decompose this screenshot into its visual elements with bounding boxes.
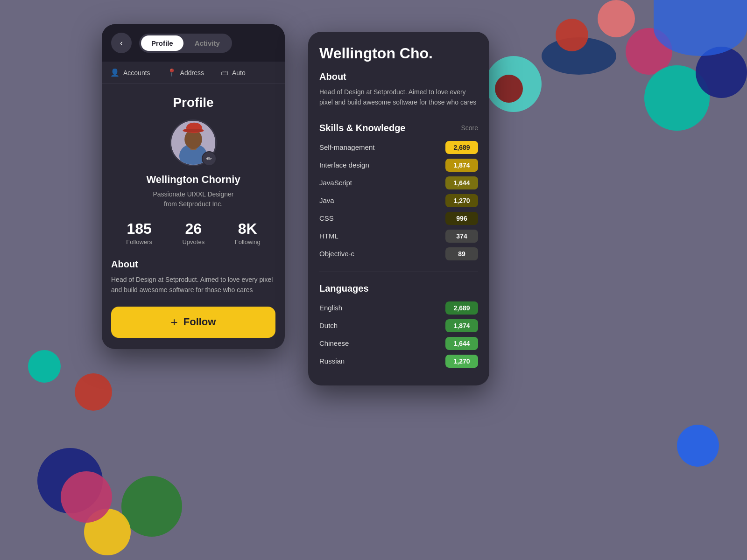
lang-row-chineese: Chineese 1,644 — [319, 337, 478, 350]
stat-upvotes: 26 Upvotes — [182, 220, 204, 246]
following-count: 8K — [235, 220, 261, 238]
deco-blob-dark-navy — [696, 47, 747, 98]
section-divider — [319, 272, 478, 272]
skill-row-self-management: Self-management 2,689 — [319, 141, 478, 154]
deco-blob-coral — [598, 0, 635, 37]
lang-score: 1,270 — [445, 355, 478, 368]
auto-icon: 🗃 — [221, 69, 228, 77]
skill-row-objective-c: Objective-c 89 — [319, 247, 478, 260]
skill-row-javascript: JavaScript 1,644 — [319, 176, 478, 189]
score-label: Score — [461, 124, 478, 132]
following-label: Following — [235, 238, 261, 245]
stat-followers: 185 Followers — [126, 220, 152, 246]
lang-name: Chineese — [319, 339, 445, 347]
profile-title: Profile — [111, 95, 275, 110]
skill-name: JavaScript — [319, 179, 445, 187]
user-bio: Passionate UIXXL Designerfrom Setproduct… — [111, 189, 275, 209]
subnav-accounts[interactable]: 👤 Accounts — [102, 62, 159, 84]
lang-score: 1,644 — [445, 337, 478, 350]
tab-activity[interactable]: Activity — [184, 35, 230, 51]
deco-blob-red2 — [75, 373, 112, 411]
back-icon: ‹ — [120, 38, 123, 48]
lang-name: Dutch — [319, 322, 445, 329]
deco-blob-navy — [542, 37, 616, 75]
subnav-auto[interactable]: 🗃 Auto — [212, 62, 254, 84]
detail-card: Wellington Cho. About Head of Design at … — [308, 32, 489, 385]
avatar-container: ✏ — [111, 119, 275, 166]
skill-name: Interface design — [319, 161, 445, 169]
about-text: Head of Design at Setproduct. Aimed to l… — [111, 274, 275, 295]
address-label: Address — [180, 69, 204, 77]
skill-name: Objective-c — [319, 250, 445, 258]
skill-row-interface-design: Interface design 1,874 — [319, 159, 478, 172]
about-section: About Head of Design at Setproduct. Aime… — [111, 259, 275, 295]
skill-score: 1,874 — [445, 159, 478, 172]
sub-nav: 👤 Accounts 📍 Address 🗃 Auto — [102, 62, 285, 84]
mobile-header: ‹ Profile Activity — [102, 24, 285, 62]
detail-about-title: About — [319, 71, 478, 82]
accounts-label: Accounts — [123, 69, 150, 77]
skill-score: 1,270 — [445, 194, 478, 207]
skill-score: 996 — [445, 212, 478, 225]
lang-name: English — [319, 304, 445, 312]
deco-blob-teal2 — [644, 65, 710, 131]
edit-avatar-button[interactable]: ✏ — [202, 151, 217, 166]
deco-blob-dark-red — [495, 75, 523, 103]
detail-about-text: Head of Design at Setproduct. Aimed to l… — [319, 87, 478, 108]
skill-row-css: CSS 996 — [319, 212, 478, 225]
skill-name: Java — [319, 196, 445, 204]
lang-name: Russian — [319, 357, 445, 365]
plus-icon: + — [171, 315, 178, 329]
mobile-profile-card: ‹ Profile Activity 👤 Accounts 📍 Address … — [102, 24, 285, 349]
user-name: Wellington Chorniy — [111, 174, 275, 186]
lang-row-russian: Russian 1,270 — [319, 355, 478, 368]
skill-score: 89 — [445, 247, 478, 260]
deco-blob-teal3 — [28, 350, 61, 383]
deco-blob-blue2 — [654, 0, 747, 56]
upvotes-count: 26 — [182, 220, 204, 238]
skill-name: Self-management — [319, 143, 445, 151]
deco-blob-pink — [626, 28, 672, 75]
deco-blob-green — [121, 476, 182, 537]
tab-profile[interactable]: Profile — [141, 35, 183, 51]
followers-label: Followers — [126, 238, 152, 245]
detail-content: Wellington Cho. About Head of Design at … — [308, 32, 489, 385]
skill-score: 374 — [445, 230, 478, 243]
deco-blob-blue — [677, 425, 719, 467]
deco-blob-pink2 — [61, 471, 112, 523]
address-icon: 📍 — [167, 68, 176, 77]
skill-row-html: HTML 374 — [319, 230, 478, 243]
languages-title: Languages — [319, 283, 478, 294]
lang-score: 1,874 — [445, 319, 478, 332]
skills-header: Skills & Knowledge Score — [319, 123, 478, 133]
skill-score: 2,689 — [445, 141, 478, 154]
tab-group: Profile Activity — [139, 34, 232, 53]
deco-blob-dark-navy2 — [37, 448, 103, 513]
skill-score: 1,644 — [445, 176, 478, 189]
follow-button[interactable]: + Follow — [111, 307, 275, 338]
profile-content: Profile — [102, 84, 285, 349]
stats-row: 185 Followers 26 Upvotes 8K Following — [111, 220, 275, 246]
follow-label: Follow — [183, 316, 216, 328]
lang-row-dutch: Dutch 1,874 — [319, 319, 478, 332]
detail-name: Wellington Cho. — [319, 45, 478, 62]
accounts-icon: 👤 — [110, 68, 120, 77]
deco-blob-teal — [486, 56, 542, 112]
avatar-wrap: ✏ — [170, 119, 217, 166]
skill-name: CSS — [319, 214, 445, 222]
skills-title: Skills & Knowledge — [319, 123, 405, 133]
lang-score: 2,689 — [445, 301, 478, 315]
subnav-address[interactable]: 📍 Address — [159, 62, 212, 84]
back-button[interactable]: ‹ — [111, 33, 132, 53]
deco-blob-yellow — [84, 509, 131, 555]
about-title: About — [111, 259, 275, 270]
skill-name: HTML — [319, 232, 445, 240]
deco-blob-red — [556, 19, 588, 51]
lang-row-english: English 2,689 — [319, 301, 478, 315]
svg-point-6 — [183, 129, 203, 133]
followers-count: 185 — [126, 220, 152, 238]
upvotes-label: Upvotes — [182, 238, 204, 245]
pencil-icon: ✏ — [206, 155, 212, 162]
auto-label: Auto — [232, 69, 246, 77]
skill-row-java: Java 1,270 — [319, 194, 478, 207]
